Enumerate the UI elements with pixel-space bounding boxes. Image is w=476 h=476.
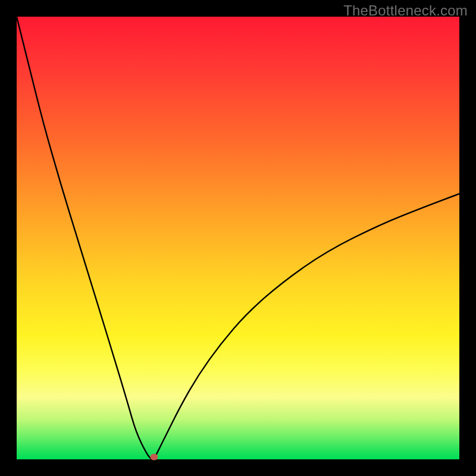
watermark-text: TheBottleneck.com [343, 2, 468, 19]
min-point-marker [150, 454, 158, 461]
chart-frame: TheBottleneck.com [0, 0, 476, 476]
bottleneck-curve [17, 17, 459, 459]
plot-area [17, 17, 459, 459]
